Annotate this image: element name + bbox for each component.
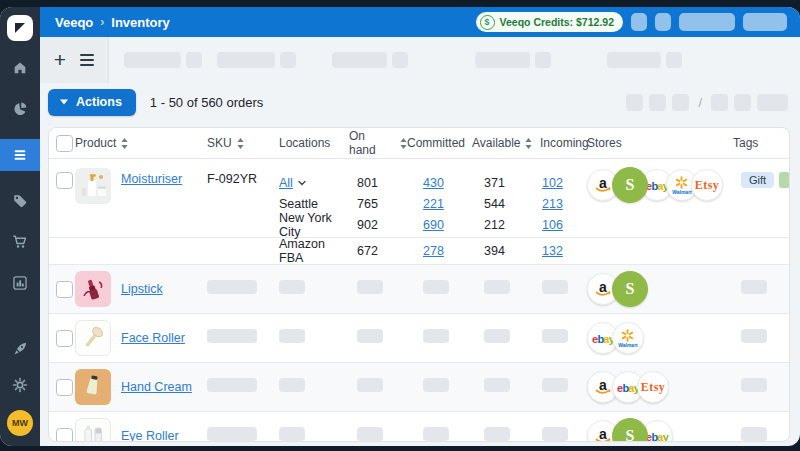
sidebar-nav-bottom: MW bbox=[0, 338, 40, 446]
row-checkbox[interactable] bbox=[56, 172, 73, 189]
on-hand-cell bbox=[349, 378, 407, 396]
sidebar-item-reports[interactable] bbox=[0, 272, 40, 294]
column-header-product[interactable]: Product bbox=[75, 136, 207, 150]
sidebar-item-home[interactable] bbox=[0, 57, 40, 79]
store-badge-etsy[interactable]: Etsy bbox=[637, 371, 669, 403]
pagination-button[interactable] bbox=[626, 94, 643, 111]
product-image-moisturiser[interactable] bbox=[75, 168, 111, 204]
product-link[interactable]: Face Roller bbox=[121, 331, 185, 345]
incoming-link[interactable]: 132 bbox=[542, 244, 563, 258]
sidebar-item-settings[interactable] bbox=[0, 374, 40, 396]
on-hand-value: 902 bbox=[357, 218, 378, 232]
table-body: MoisturiserF-092YRAll SeattleNew York Ci… bbox=[49, 159, 789, 442]
location-all-link[interactable]: All bbox=[279, 176, 293, 190]
skeleton-value bbox=[542, 427, 568, 441]
user-avatar[interactable]: MW bbox=[7, 410, 33, 436]
store-badge-shopify[interactable]: S bbox=[612, 271, 648, 307]
skeleton-value bbox=[542, 280, 568, 294]
stores-cell[interactable]: aSebayWalmartEtsy bbox=[587, 159, 733, 203]
stores-cell[interactable]: aebayEtsy bbox=[587, 371, 733, 403]
tag-mini-green[interactable] bbox=[779, 172, 790, 188]
committed-link[interactable]: 690 bbox=[423, 218, 444, 232]
row-checkbox[interactable] bbox=[56, 330, 73, 347]
column-header-sku[interactable]: SKU bbox=[207, 136, 279, 150]
sort-icon bbox=[121, 138, 128, 149]
product-name-cell: Face Roller bbox=[121, 331, 207, 345]
topbar-skeleton-button bbox=[679, 13, 735, 31]
pagination-button[interactable] bbox=[757, 94, 788, 111]
column-header-available[interactable]: Available bbox=[472, 136, 540, 150]
row-checkbox[interactable] bbox=[56, 428, 73, 443]
store-badge-shopify[interactable]: S bbox=[612, 418, 648, 442]
product-link[interactable]: Moisturiser bbox=[121, 172, 182, 186]
walmart-icon: Walmart bbox=[618, 329, 638, 348]
veeqo-credits-button[interactable]: $ Veeqo Credits: $712.92 bbox=[476, 12, 623, 32]
sku-cell bbox=[207, 329, 279, 347]
product-image-eyeroller[interactable] bbox=[75, 418, 111, 442]
column-header-incoming: Incoming bbox=[540, 136, 587, 150]
tag-gift[interactable]: Gift bbox=[741, 172, 774, 188]
sidebar-item-orders[interactable] bbox=[0, 231, 40, 253]
topbar-skeleton-button bbox=[655, 13, 671, 31]
committed-link[interactable]: 221 bbox=[423, 197, 444, 211]
product-image-handcream[interactable] bbox=[75, 369, 111, 405]
on-hand-cell bbox=[349, 427, 407, 442]
pagination-button[interactable] bbox=[649, 94, 666, 111]
breadcrumb-brand[interactable]: Veeqo bbox=[55, 15, 93, 30]
committed-link[interactable]: 278 bbox=[423, 244, 444, 258]
stores-cell[interactable]: aSebay bbox=[587, 418, 733, 442]
stores-cell[interactable]: ebayWalmart bbox=[587, 322, 733, 354]
etsy-icon: Etsy bbox=[695, 178, 720, 193]
list-view-icon[interactable] bbox=[80, 54, 94, 66]
veeqo-logo-icon[interactable] bbox=[7, 15, 33, 41]
row-checkbox[interactable] bbox=[56, 281, 73, 298]
select-all-checkbox[interactable] bbox=[56, 135, 73, 152]
svg-text:a: a bbox=[599, 175, 607, 191]
committed-link[interactable]: 430 bbox=[423, 176, 444, 190]
product-link[interactable]: Hand Cream bbox=[121, 380, 192, 394]
chevron-down-icon bbox=[298, 180, 306, 186]
sort-icon bbox=[525, 138, 532, 149]
on-hand-cell bbox=[349, 329, 407, 347]
row-checkbox[interactable] bbox=[56, 379, 73, 396]
incoming-link[interactable]: 106 bbox=[542, 218, 563, 232]
store-badge-shopify[interactable]: S bbox=[612, 167, 648, 203]
svg-text:a: a bbox=[599, 279, 607, 295]
sidebar-item-products[interactable] bbox=[0, 190, 40, 212]
toolbar-skeleton-wide bbox=[475, 52, 530, 68]
stores-cell[interactable]: aS bbox=[587, 271, 733, 307]
column-header-locations: Locations bbox=[279, 136, 349, 150]
sidebar-item-launch[interactable] bbox=[0, 338, 40, 360]
topbar-right: $ Veeqo Credits: $712.92 bbox=[476, 12, 800, 32]
tags-cell bbox=[733, 378, 789, 396]
credits-label: Veeqo Credits: $712.92 bbox=[500, 16, 614, 28]
pagination-button[interactable] bbox=[711, 94, 728, 111]
product-link[interactable]: Lipstick bbox=[121, 282, 163, 296]
skeleton-value bbox=[423, 280, 449, 294]
topbar-skeleton-button bbox=[743, 13, 787, 31]
skeleton-value bbox=[542, 329, 568, 343]
product-link[interactable]: Eye Roller bbox=[121, 429, 179, 442]
pagination-button[interactable] bbox=[672, 94, 689, 111]
pagination-button[interactable] bbox=[734, 94, 751, 111]
incoming-cell bbox=[540, 329, 587, 347]
store-badge-etsy[interactable]: Etsy bbox=[691, 169, 723, 201]
topbar-skeleton-button bbox=[631, 13, 647, 31]
product-thumb-cell bbox=[75, 320, 121, 356]
add-product-icon[interactable]: + bbox=[54, 49, 66, 70]
actions-button[interactable]: Actions bbox=[48, 89, 136, 116]
column-header-committed: Committed bbox=[407, 136, 472, 150]
incoming-cell: 102213106 bbox=[540, 159, 587, 235]
incoming-link[interactable]: 213 bbox=[542, 197, 563, 211]
toolbar-skeleton-wide bbox=[607, 52, 661, 68]
skeleton-value bbox=[542, 378, 568, 392]
product-image-faceroller[interactable] bbox=[75, 320, 111, 356]
pie-icon bbox=[12, 101, 28, 117]
column-header-on-hand[interactable]: On hand bbox=[349, 129, 407, 157]
sidebar-item-analytics[interactable] bbox=[0, 98, 40, 120]
store-badge-walmart[interactable]: Walmart bbox=[612, 322, 644, 354]
product-image-lipstick[interactable] bbox=[75, 271, 111, 307]
skeleton-value bbox=[484, 329, 510, 343]
sidebar-item-inventory[interactable] bbox=[0, 139, 40, 171]
incoming-link[interactable]: 102 bbox=[542, 176, 563, 190]
